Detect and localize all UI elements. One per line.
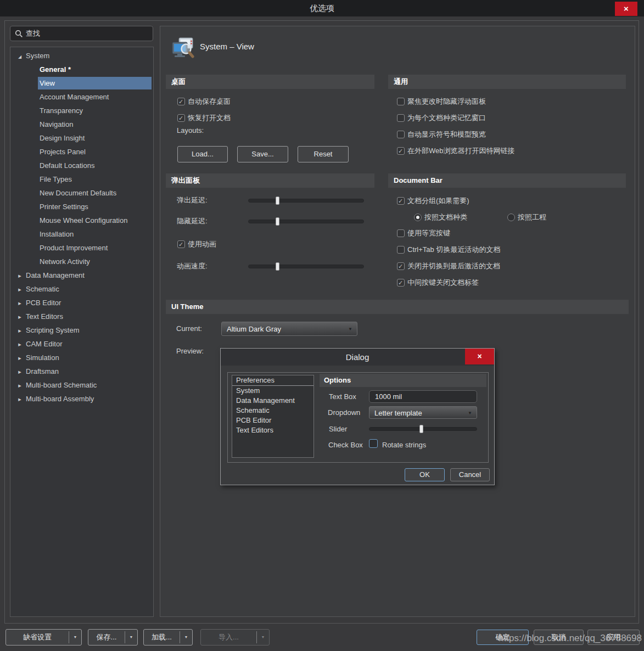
cancel-button[interactable]: 取消 <box>534 630 584 645</box>
checkbox-label[interactable]: 文档分组(如果需要) <box>407 194 469 208</box>
apply-button[interactable]: 应用 <box>587 630 640 645</box>
window-close-button[interactable]: × <box>615 2 637 16</box>
autosave-desktop-checkbox[interactable] <box>177 98 185 105</box>
theme-dropdown[interactable]: Altium Dark Gray ▼ <box>221 322 357 336</box>
ctrl-tab-checkbox[interactable] <box>397 246 405 254</box>
hide-delay-slider[interactable] <box>248 220 364 223</box>
layout-load-button[interactable]: Load... <box>177 146 228 162</box>
sidebar-item-multi-board-assembly[interactable]: Multi-board Assembly <box>10 392 152 406</box>
sidebar-item-product-improvement[interactable]: Product Improvement <box>10 241 152 255</box>
remember-window-checkbox[interactable] <box>397 114 405 122</box>
checkbox-label[interactable]: 自动显示符号和模型预览 <box>407 127 486 142</box>
sidebar-item-system[interactable]: System <box>10 49 152 63</box>
defaults-button-label[interactable]: 缺省设置 <box>6 630 69 645</box>
collapsed-icon[interactable] <box>16 268 24 283</box>
sidebar-item-draftsman[interactable]: Draftsman <box>10 364 152 378</box>
collapsed-icon[interactable] <box>16 378 24 392</box>
slider-thumb[interactable] <box>419 425 423 433</box>
sidebar-item-design-insight[interactable]: Design Insight <box>10 131 152 145</box>
equal-width-buttons-checkbox[interactable] <box>397 229 405 237</box>
animation-speed-slider[interactable] <box>248 265 364 268</box>
list-item[interactable]: Preferences <box>232 375 313 386</box>
middle-click-close-checkbox[interactable] <box>397 279 405 287</box>
sidebar-item-text-editors[interactable]: Text Editors <box>10 310 152 323</box>
sidebar-item-account-management[interactable]: Account Management <box>10 90 152 104</box>
close-switch-checkbox[interactable] <box>397 262 405 270</box>
collapsed-icon[interactable] <box>16 337 24 351</box>
sidebar-item-cam-editor[interactable]: CAM Editor <box>10 337 152 351</box>
sidebar-item-new-document-defaults[interactable]: New Document Defaults <box>10 186 152 200</box>
use-animation-checkbox[interactable] <box>177 240 185 248</box>
list-item[interactable]: System <box>232 386 313 396</box>
slider-thumb[interactable] <box>276 197 279 205</box>
checkbox-label[interactable]: 使用等宽按键 <box>407 226 450 240</box>
sidebar-item-schematic[interactable]: Schematic <box>10 282 152 296</box>
auto-preview-checkbox[interactable] <box>397 131 405 138</box>
layout-save-button[interactable]: Save... <box>237 146 288 162</box>
list-item[interactable]: PCB Editor <box>232 416 313 425</box>
sidebar-item-mouse-wheel-configuration[interactable]: Mouse Wheel Configuration <box>10 214 152 227</box>
preview-cancel-button[interactable]: Cancel <box>450 468 490 481</box>
chevron-down-icon[interactable]: ▼ <box>69 630 81 645</box>
hide-floating-panels-checkbox[interactable] <box>397 98 405 105</box>
preview-dropdown[interactable]: Letter template ▼ <box>369 406 477 419</box>
group-by-project-radio[interactable] <box>507 214 515 221</box>
sidebar-item-installation[interactable]: Installation <box>10 227 152 241</box>
collapsed-icon[interactable] <box>16 282 24 296</box>
chevron-down-icon[interactable]: ▼ <box>180 630 192 645</box>
checkbox-label[interactable]: 自动保存桌面 <box>188 94 231 109</box>
checkbox-label[interactable]: 关闭并切换到最后激活的文档 <box>407 259 500 273</box>
sidebar-item-printer-settings[interactable]: Printer Settings <box>10 200 152 214</box>
layout-reset-button[interactable]: Reset <box>298 146 349 162</box>
restore-documents-checkbox[interactable] <box>177 114 185 122</box>
collapsed-icon[interactable] <box>16 364 24 379</box>
sidebar-item-data-management[interactable]: Data Management <box>10 268 152 282</box>
slider-thumb[interactable] <box>276 217 279 226</box>
sidebar-item-default-locations[interactable]: Default Locations <box>10 159 152 172</box>
sidebar-item-file-types[interactable]: File Types <box>10 172 152 186</box>
sidebar-item-network-activity[interactable]: Network Activity <box>10 255 152 268</box>
save-split-button[interactable]: 保存... ▼ <box>88 629 138 646</box>
list-item[interactable]: Data Management <box>232 396 313 406</box>
collapsed-icon[interactable] <box>16 392 24 406</box>
popup-delay-slider[interactable] <box>248 199 364 203</box>
preview-close-button[interactable]: × <box>465 349 494 364</box>
rotate-strings-checkbox[interactable] <box>369 439 378 448</box>
defaults-split-button[interactable]: 缺省设置 ▼ <box>5 629 82 646</box>
checkbox-label[interactable]: 为每个文档种类记忆窗口 <box>407 111 486 125</box>
sidebar-item-multi-board-schematic[interactable]: Multi-board Schematic <box>10 378 152 392</box>
collapsed-icon[interactable] <box>16 310 24 324</box>
sidebar-item-scripting-system[interactable]: Scripting System <box>10 323 152 337</box>
load-split-button[interactable]: 加载... ▼ <box>143 629 193 646</box>
preview-textbox-input[interactable]: 1000 mil <box>369 390 477 403</box>
ok-button[interactable]: 确定 <box>477 630 529 645</box>
group-documents-checkbox[interactable] <box>397 197 405 205</box>
list-item[interactable]: Text Editors <box>232 425 313 435</box>
sidebar-item-navigation[interactable]: Navigation <box>10 117 152 131</box>
radio-label[interactable]: 按照文档种类 <box>424 210 467 225</box>
sidebar-item-general[interactable]: General * <box>10 63 152 76</box>
slider-thumb[interactable] <box>276 262 279 271</box>
chevron-down-icon[interactable]: ▼ <box>125 630 137 645</box>
collapsed-icon[interactable] <box>16 296 24 310</box>
sidebar-item-projects-panel[interactable]: Projects Panel <box>10 145 152 159</box>
radio-label[interactable]: 按照工程 <box>518 210 546 225</box>
preview-slider[interactable] <box>369 427 477 431</box>
list-item[interactable]: Schematic <box>232 406 313 416</box>
collapsed-icon[interactable] <box>16 351 24 365</box>
checkbox-label[interactable]: 使用动画 <box>188 237 216 251</box>
checkbox-label[interactable]: 聚焦更改时隐藏浮动面板 <box>407 94 486 109</box>
rotate-strings-label[interactable]: Rotate strings <box>382 439 426 451</box>
checkbox-label[interactable]: Ctrl+Tab 切换最近活动的文档 <box>407 243 500 257</box>
group-by-kind-radio[interactable] <box>414 214 422 221</box>
load-button-label[interactable]: 加载... <box>144 630 180 645</box>
checkbox-label[interactable]: 在外部Web浏览器打开因特网链接 <box>407 144 515 158</box>
collapsed-icon[interactable] <box>16 323 24 338</box>
save-button-label[interactable]: 保存... <box>88 630 125 645</box>
sidebar-item-simulation[interactable]: Simulation <box>10 351 152 364</box>
expanded-icon[interactable] <box>16 49 24 64</box>
checkbox-label[interactable]: 中间按键关闭文档标签 <box>407 276 479 290</box>
external-web-checkbox[interactable] <box>397 147 405 155</box>
search-input[interactable]: 查找 <box>10 26 153 41</box>
sidebar-item-view[interactable]: View <box>10 76 152 90</box>
